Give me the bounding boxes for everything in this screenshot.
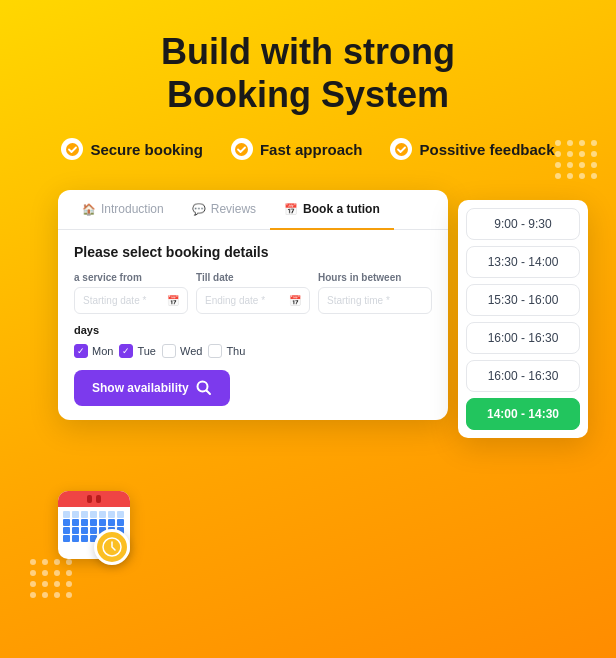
clock-icon: [94, 529, 130, 565]
calendar-header: [58, 491, 130, 507]
tab-introduction[interactable]: 🏠 Introduction: [68, 190, 178, 230]
dots-decoration-top-right: [555, 140, 598, 179]
form-group-service: a service from Starting date * 📅: [74, 272, 188, 314]
feature-fast-approach: Fast approach: [231, 138, 363, 160]
days-row: Mon Tue Wed Thu: [74, 344, 432, 358]
headline-line2: Booking System: [167, 74, 449, 115]
page-headline: Build with strong Booking System: [161, 30, 455, 116]
till-date-placeholder: Ending date *: [205, 295, 265, 306]
chat-icon: 💬: [192, 203, 206, 216]
show-availability-label: Show availability: [92, 381, 189, 395]
form-group-till-date: Till date Ending date * 📅: [196, 272, 310, 314]
card-title: Please select booking details: [74, 244, 432, 260]
headline-line1: Build with strong: [161, 31, 455, 72]
day-wed[interactable]: Wed: [162, 344, 202, 358]
feature-label-secure: Secure booking: [90, 141, 203, 158]
day-thu[interactable]: Thu: [208, 344, 245, 358]
day-tue[interactable]: Tue: [119, 344, 156, 358]
time-slot-5[interactable]: 16:00 - 16:30: [466, 360, 580, 392]
features-row: Secure booking Fast approach Possitive f…: [61, 138, 554, 160]
feature-label-fast: Fast approach: [260, 141, 363, 158]
tue-checkbox[interactable]: [119, 344, 133, 358]
main-container: Build with strong Booking System Secure …: [0, 0, 616, 658]
hours-placeholder: Starting time *: [327, 295, 390, 306]
feature-label-positive: Possitive feedback: [419, 141, 554, 158]
tab-reviews-label: Reviews: [211, 202, 256, 216]
card-body: Please select booking details a service …: [58, 230, 448, 420]
calendar-widget: [58, 475, 148, 565]
days-section-label: days: [74, 324, 432, 336]
time-slots-panel: 9:00 - 9:30 13:30 - 14:00 15:30 - 16:00 …: [458, 200, 588, 438]
calendar-tab-icon: 📅: [284, 203, 298, 216]
hours-input[interactable]: Starting time *: [318, 287, 432, 314]
thu-label: Thu: [226, 345, 245, 357]
check-icon-secure: [61, 138, 83, 160]
check-icon-fast: [231, 138, 253, 160]
calendar-input-icon: 📅: [167, 295, 179, 306]
feature-secure-booking: Secure booking: [61, 138, 203, 160]
wed-label: Wed: [180, 345, 202, 357]
time-slot-3[interactable]: 15:30 - 16:00: [466, 284, 580, 316]
tab-book-tution-label: Book a tution: [303, 202, 380, 216]
service-label: a service from: [74, 272, 188, 283]
mon-label: Mon: [92, 345, 113, 357]
wed-checkbox[interactable]: [162, 344, 176, 358]
search-icon: [196, 380, 212, 396]
form-group-hours: Hours in between Starting time *: [318, 272, 432, 314]
time-slot-2[interactable]: 13:30 - 14:00: [466, 246, 580, 278]
tab-introduction-label: Introduction: [101, 202, 164, 216]
check-icon-positive: [390, 138, 412, 160]
calendar-input-icon2: 📅: [289, 295, 301, 306]
show-availability-button[interactable]: Show availability: [74, 370, 230, 406]
service-placeholder: Starting date *: [83, 295, 146, 306]
svg-point-0: [66, 143, 79, 156]
till-date-label: Till date: [196, 272, 310, 283]
feature-positive-feedback: Possitive feedback: [390, 138, 554, 160]
day-mon[interactable]: Mon: [74, 344, 113, 358]
home-icon: 🏠: [82, 203, 96, 216]
search-icon-wrapper: [196, 380, 212, 396]
till-date-input[interactable]: Ending date * 📅: [196, 287, 310, 314]
mon-checkbox[interactable]: [74, 344, 88, 358]
thu-checkbox[interactable]: [208, 344, 222, 358]
time-slot-4[interactable]: 16:00 - 16:30: [466, 322, 580, 354]
tab-reviews[interactable]: 💬 Reviews: [178, 190, 270, 230]
booking-card: 🏠 Introduction 💬 Reviews 📅 Book a tution…: [58, 190, 448, 420]
svg-point-1: [235, 143, 248, 156]
form-fields-row: a service from Starting date * 📅 Till da…: [74, 272, 432, 314]
hours-label: Hours in between: [318, 272, 432, 283]
svg-point-2: [395, 143, 408, 156]
tabs-row: 🏠 Introduction 💬 Reviews 📅 Book a tution: [58, 190, 448, 230]
time-slot-6[interactable]: 14:00 - 14:30: [466, 398, 580, 430]
tab-book-tution[interactable]: 📅 Book a tution: [270, 190, 394, 230]
service-date-input[interactable]: Starting date * 📅: [74, 287, 188, 314]
tue-label: Tue: [137, 345, 156, 357]
time-slot-1[interactable]: 9:00 - 9:30: [466, 208, 580, 240]
booking-area: 🏠 Introduction 💬 Reviews 📅 Book a tution…: [20, 190, 596, 438]
